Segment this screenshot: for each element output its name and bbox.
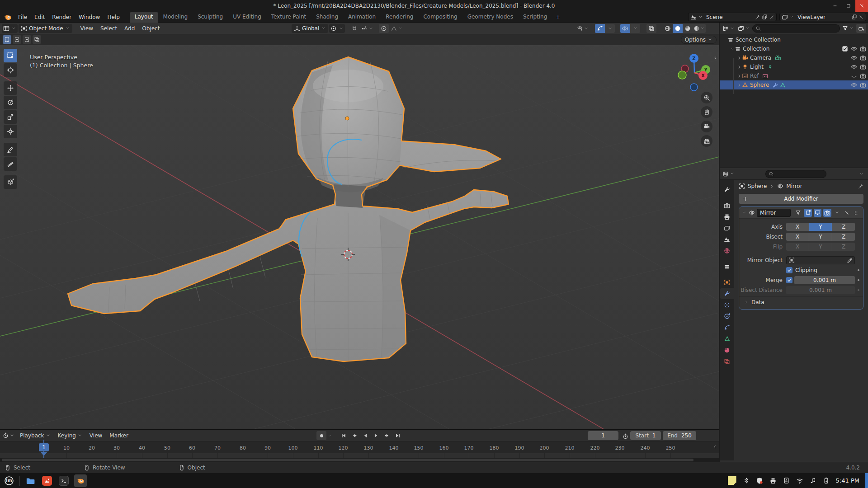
modifier-render-toggle[interactable] bbox=[823, 209, 831, 217]
outliner-search-input[interactable] bbox=[752, 24, 840, 33]
bisect-distance-field[interactable]: 0.001 m bbox=[786, 286, 855, 294]
outliner-row-camera[interactable]: Camera bbox=[720, 53, 868, 62]
outliner-display-mode-dropdown[interactable] bbox=[722, 24, 736, 33]
disclosure-closed-icon[interactable] bbox=[737, 65, 742, 70]
maximize-button[interactable] bbox=[842, 0, 855, 12]
eye-open-icon[interactable] bbox=[851, 46, 857, 52]
view-layer-selector[interactable]: ViewLayer bbox=[779, 13, 866, 21]
bluetooth-icon[interactable] bbox=[743, 477, 750, 484]
new-collection-button[interactable] bbox=[856, 24, 866, 33]
decorator-dot[interactable] bbox=[858, 269, 859, 271]
current-frame-indicator[interactable]: 1 bbox=[39, 443, 49, 451]
mode-dropdown[interactable]: Object Mode bbox=[19, 24, 72, 33]
clipping-checkbox[interactable] bbox=[786, 267, 793, 273]
object-visibility-dropdown[interactable] bbox=[576, 24, 590, 33]
unlink-scene-icon[interactable] bbox=[769, 14, 774, 20]
falloff-dropdown[interactable] bbox=[390, 24, 404, 33]
breadcrumb-object[interactable]: Sphere bbox=[748, 183, 767, 189]
eye-closed-icon[interactable] bbox=[851, 73, 857, 79]
tab-shading[interactable]: Shading bbox=[311, 12, 343, 23]
blender-app-button[interactable] bbox=[74, 474, 87, 487]
gizmo-negy-ball[interactable] bbox=[678, 71, 686, 79]
select-mode-subtract-button[interactable] bbox=[23, 35, 31, 44]
tab-layout[interactable]: Layout bbox=[130, 12, 158, 23]
camera-photo-icon[interactable] bbox=[860, 73, 866, 79]
next-keyframe-button[interactable] bbox=[382, 431, 392, 440]
overlays-dropdown[interactable] bbox=[630, 24, 640, 33]
timeline-ruler[interactable]: 1 10203040506070809010011012013014015016… bbox=[0, 441, 719, 453]
add-cube-tool[interactable] bbox=[4, 175, 17, 189]
decorator-dot[interactable] bbox=[858, 279, 859, 281]
pin-icon[interactable] bbox=[755, 14, 760, 20]
modifier-drag-handle[interactable] bbox=[853, 209, 860, 217]
pivot-point-dropdown[interactable] bbox=[329, 24, 345, 33]
outliner-row-ref[interactable]: Ref bbox=[720, 71, 868, 80]
mesh-data-icon[interactable] bbox=[780, 82, 786, 88]
overlays-toggle[interactable] bbox=[620, 24, 630, 33]
use-preview-range-button[interactable] bbox=[620, 432, 630, 441]
outliner-row-light[interactable]: Light bbox=[720, 62, 868, 71]
axis-x-button[interactable]: X bbox=[786, 223, 809, 231]
pin-icon[interactable] bbox=[858, 183, 863, 189]
axis-z-button[interactable]: Z bbox=[832, 223, 855, 231]
close-button[interactable] bbox=[855, 0, 868, 12]
measure-tool[interactable] bbox=[4, 157, 17, 171]
show-desktop-button[interactable] bbox=[865, 473, 868, 488]
properties-tab-output[interactable] bbox=[720, 211, 734, 222]
modifier-realtime-toggle[interactable] bbox=[814, 209, 821, 217]
viewport-canvas[interactable] bbox=[0, 23, 719, 429]
merge-checkbox[interactable] bbox=[786, 277, 793, 283]
scale-tool[interactable] bbox=[4, 110, 17, 124]
cursor-tool[interactable] bbox=[4, 63, 17, 77]
new-scene-icon[interactable] bbox=[762, 14, 768, 20]
shading-rendered-button[interactable] bbox=[693, 24, 706, 33]
current-frame-field[interactable]: 1 bbox=[588, 431, 618, 440]
modifier-extras-dropdown[interactable] bbox=[833, 209, 841, 217]
eject-icon[interactable] bbox=[783, 477, 790, 484]
shading-wireframe-button[interactable] bbox=[663, 24, 673, 33]
ruler-scroll-arrow[interactable] bbox=[712, 444, 717, 450]
select-mode-set-button[interactable] bbox=[3, 35, 11, 44]
camera-photo-icon[interactable] bbox=[860, 46, 866, 52]
timeline-keyframe-strip[interactable] bbox=[0, 453, 719, 458]
menu-render[interactable]: Render bbox=[48, 13, 75, 21]
play-reverse-button[interactable] bbox=[360, 431, 370, 440]
disclosure-closed-icon[interactable] bbox=[737, 83, 742, 88]
properties-tab-tool[interactable] bbox=[720, 184, 734, 195]
xray-toggle[interactable] bbox=[646, 24, 656, 33]
terminal-button[interactable] bbox=[57, 474, 70, 487]
scrollbar-handle[interactable] bbox=[2, 459, 693, 461]
properties-tab-view-layer[interactable] bbox=[720, 222, 734, 234]
tab-animation[interactable]: Animation bbox=[343, 12, 381, 23]
properties-editor-dropdown[interactable] bbox=[722, 169, 736, 178]
gizmos-toggle[interactable] bbox=[595, 24, 605, 33]
pan-button[interactable] bbox=[701, 106, 712, 118]
options-button[interactable]: Options bbox=[681, 36, 717, 44]
blender-logo-icon[interactable] bbox=[4, 13, 12, 21]
properties-tab-modifiers[interactable] bbox=[720, 288, 734, 299]
decorator-dot[interactable] bbox=[858, 289, 859, 291]
bisect-z-button[interactable]: Z bbox=[832, 233, 855, 241]
properties-tab-particles[interactable] bbox=[720, 299, 734, 310]
flip-z-button[interactable]: Z bbox=[832, 243, 855, 251]
viewport-3d[interactable]: Object Mode ViewSelectAddObject Global bbox=[0, 23, 719, 429]
tab-scripting[interactable]: Scripting bbox=[518, 12, 552, 23]
prev-keyframe-button[interactable] bbox=[349, 431, 359, 440]
add-modifier-button[interactable]: Add Modifier bbox=[739, 194, 863, 204]
frame-start-field[interactable]: Start 1 bbox=[630, 431, 661, 440]
transform-tool[interactable] bbox=[4, 125, 17, 138]
tab-compositing[interactable]: Compositing bbox=[418, 12, 462, 23]
properties-tab-constraints[interactable] bbox=[720, 322, 734, 333]
properties-tab-world[interactable] bbox=[720, 245, 734, 256]
timeline-menu-playback[interactable]: Playback bbox=[16, 432, 54, 440]
tab-modeling[interactable]: Modeling bbox=[158, 12, 193, 23]
modifier-name-field[interactable]: Mirror bbox=[757, 209, 791, 217]
outliner-row-sphere[interactable]: Sphere bbox=[720, 80, 868, 89]
viewport-menu-select[interactable]: Select bbox=[97, 24, 121, 33]
music-icon[interactable] bbox=[810, 477, 816, 484]
play-button[interactable] bbox=[371, 431, 381, 440]
properties-tab-render[interactable] bbox=[720, 200, 734, 211]
battery-icon[interactable] bbox=[823, 477, 830, 484]
flip-y-button[interactable]: Y bbox=[809, 243, 832, 251]
viewport-menu-view[interactable]: View bbox=[77, 24, 97, 33]
